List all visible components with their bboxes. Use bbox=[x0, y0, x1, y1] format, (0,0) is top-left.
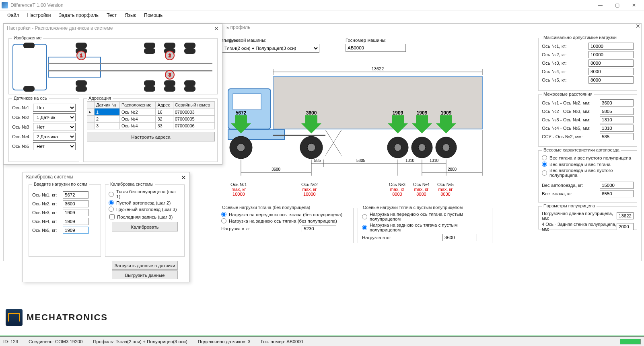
maxload-axle3[interactable] bbox=[588, 59, 634, 67]
sensors-axle1[interactable]: Нет bbox=[33, 104, 76, 112]
status-light-icon bbox=[620, 339, 641, 344]
svg-rect-62 bbox=[144, 86, 155, 92]
addressing-table[interactable]: Датчик № Расположение Адрес Серийный ном… bbox=[87, 101, 215, 129]
sensor-dialog-close[interactable]: ✕ bbox=[214, 25, 219, 32]
load-b-input[interactable] bbox=[442, 234, 477, 241]
tractor-front-empty-trailer[interactable] bbox=[362, 214, 367, 219]
calibration-dialog: Калибровка системы ✕ Введите нагрузки по… bbox=[23, 172, 190, 282]
calibrate-button[interactable]: Калибровать bbox=[112, 222, 178, 231]
weight-option-2[interactable] bbox=[542, 162, 547, 167]
interaxle-34[interactable] bbox=[600, 116, 634, 123]
svg-rect-5 bbox=[233, 94, 261, 110]
svg-rect-49 bbox=[13, 44, 47, 90]
profile-title-fragment: ь профиль bbox=[226, 25, 250, 30]
calib-dialog-close[interactable]: ✕ bbox=[181, 174, 186, 181]
calib-step2[interactable] bbox=[109, 200, 114, 205]
overall-dim: 13622 bbox=[372, 67, 384, 71]
minimize-button[interactable]: — bbox=[592, 0, 609, 10]
svg-rect-60 bbox=[144, 48, 155, 54]
plate-input[interactable] bbox=[346, 44, 406, 52]
menu-file[interactable]: Файл bbox=[3, 12, 23, 18]
svg-rect-54 bbox=[23, 86, 35, 92]
menu-help[interactable]: Помощь bbox=[140, 12, 167, 18]
weight-option-1[interactable] bbox=[542, 155, 547, 160]
sensors-axle4[interactable]: 2 Датчика bbox=[33, 133, 76, 141]
last-record-checkbox[interactable] bbox=[109, 214, 115, 219]
menu-settings[interactable]: Настройки bbox=[23, 12, 55, 18]
truck-type-label: ип грузовой машины: bbox=[221, 38, 346, 43]
svg-point-15 bbox=[394, 144, 401, 151]
addressing-group: Адресация Датчик № Расположение Адрес Се… bbox=[83, 98, 218, 162]
calib-axle5[interactable] bbox=[63, 227, 88, 234]
svg-text:1909: 1909 bbox=[441, 110, 452, 116]
table-row: 2Ось №43207000005 bbox=[87, 116, 215, 123]
interaxle-ssu[interactable] bbox=[600, 133, 634, 140]
svg-text:3600: 3600 bbox=[306, 110, 317, 116]
weight-option-3[interactable] bbox=[542, 170, 547, 176]
svg-text:2000: 2000 bbox=[448, 167, 457, 172]
tractor-rear-no-trailer[interactable] bbox=[221, 218, 226, 223]
truck-diagram: 13622 bbox=[221, 67, 486, 201]
tractor-front-no-trailer[interactable] bbox=[221, 212, 226, 217]
logo-text: MECHATRONICS bbox=[27, 312, 108, 323]
logo-icon bbox=[6, 309, 23, 326]
interaxle-45[interactable] bbox=[600, 125, 634, 132]
svg-text:2: 2 bbox=[169, 53, 171, 58]
load-a-input[interactable] bbox=[302, 225, 336, 232]
table-row: 3Ось №43307000006 bbox=[87, 123, 215, 129]
calib-axle1[interactable] bbox=[63, 191, 88, 199]
truck-type-select[interactable]: Тягач(2 оси) + Полуприцеп(3 оси) bbox=[221, 44, 319, 53]
svg-text:3: 3 bbox=[169, 73, 171, 77]
menu-language[interactable]: Язык bbox=[121, 12, 140, 18]
calib-step3[interactable] bbox=[109, 207, 114, 212]
tractor-rear-empty-trailer[interactable] bbox=[362, 225, 367, 230]
maxload-axle5[interactable] bbox=[588, 76, 634, 84]
interaxle-12[interactable] bbox=[600, 99, 634, 106]
sensors-axle3[interactable]: Нет bbox=[33, 123, 76, 131]
trailer-rear[interactable] bbox=[617, 223, 634, 230]
svg-text:3600: 3600 bbox=[272, 167, 281, 172]
trailer-params-group: Параметры полуприцепа Погрузочная длинна… bbox=[538, 206, 637, 229]
trailer-length[interactable] bbox=[617, 212, 634, 219]
svg-rect-70 bbox=[184, 86, 195, 92]
svg-rect-58 bbox=[76, 86, 87, 92]
sensors-axle2[interactable]: 1 Датчик bbox=[33, 113, 76, 121]
menu-profile[interactable]: Задать прорфиль bbox=[55, 12, 103, 18]
svg-rect-61 bbox=[144, 80, 155, 86]
statusbar: ID: 123 Соединено: COM3 19200 Профиль: Т… bbox=[0, 336, 644, 346]
svg-rect-50 bbox=[48, 57, 101, 77]
calib-dialog-title: Калибровка системы bbox=[23, 172, 189, 181]
load-to-sensors-button[interactable]: Загрузить данные в датчики bbox=[112, 261, 178, 270]
calib-axle3[interactable] bbox=[63, 209, 88, 216]
svg-point-13 bbox=[307, 143, 315, 152]
status-connection: Соединено: COM3 19200 bbox=[29, 339, 82, 344]
calib-step1[interactable] bbox=[109, 192, 114, 197]
interaxle-23[interactable] bbox=[600, 108, 634, 115]
menu-test[interactable]: Тест bbox=[103, 12, 121, 18]
sensors-axle5[interactable]: Нет bbox=[33, 142, 76, 150]
svg-text:585: 585 bbox=[314, 158, 321, 163]
svg-rect-55 bbox=[76, 43, 87, 48]
unload-data-button[interactable]: Выгрузить данные bbox=[112, 270, 178, 279]
maxload-axle1[interactable] bbox=[588, 43, 634, 50]
close-button[interactable]: ✕ bbox=[625, 0, 642, 10]
total-weight[interactable] bbox=[600, 182, 634, 189]
configure-addresses-button[interactable]: Настроить адреса bbox=[87, 132, 215, 141]
profile-close-button[interactable]: ✕ bbox=[636, 23, 640, 29]
svg-rect-69 bbox=[184, 80, 195, 86]
tractor-weight[interactable] bbox=[600, 190, 634, 197]
maxload-axle4[interactable] bbox=[588, 68, 634, 75]
status-sensors: Подключено датчиков: 3 bbox=[198, 339, 251, 344]
calib-axle2[interactable] bbox=[63, 200, 88, 207]
sensor-dialog-title: Настройки - Расположение датчиков в сист… bbox=[4, 24, 222, 33]
chassis-image-group: Изображение bbox=[8, 38, 218, 94]
svg-text:1310: 1310 bbox=[405, 158, 415, 163]
calib-axle4[interactable] bbox=[63, 218, 88, 225]
status-profile: Профиль: Тягач(2 оси) + Полуприцеп(3 оси… bbox=[93, 339, 187, 344]
maximize-button[interactable]: ▢ bbox=[609, 0, 625, 10]
svg-rect-59 bbox=[144, 43, 155, 48]
window-title: DifferenceT 1.00 Version bbox=[10, 2, 592, 8]
status-id: ID: 123 bbox=[3, 339, 18, 344]
calib-system-group: Калибровка системы Тягач без полуприцепа… bbox=[105, 184, 185, 257]
svg-rect-53 bbox=[23, 43, 35, 48]
